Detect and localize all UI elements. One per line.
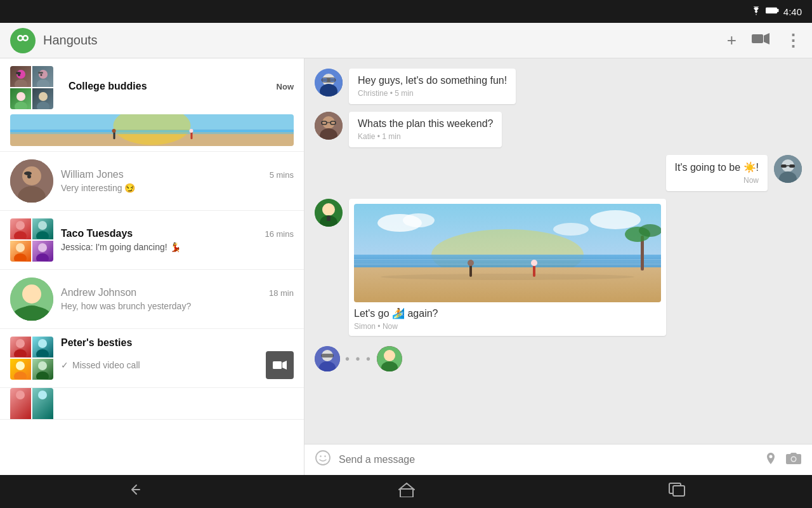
avatar-container bbox=[10, 277, 53, 321]
conversation-item[interactable]: William Jones 5 mins Very interesting 😏 bbox=[0, 152, 304, 211]
svg-point-52 bbox=[14, 371, 27, 379]
conversation-item[interactable]: Andrew Johnson 18 min Hey, how was brunc… bbox=[0, 270, 304, 329]
conv-header: Peter's besties bbox=[61, 337, 294, 349]
avatar-cell bbox=[32, 388, 53, 420]
svg-marker-56 bbox=[282, 361, 287, 370]
input-actions bbox=[764, 451, 802, 469]
avatar-cell bbox=[32, 66, 53, 87]
avatar-cell bbox=[10, 337, 31, 358]
avatar-cell bbox=[10, 359, 31, 380]
svg-point-19 bbox=[39, 92, 48, 101]
svg-point-36 bbox=[14, 231, 27, 239]
conv-header: Taco Tuesdays 16 mins bbox=[61, 228, 294, 239]
checkmark-icon: ✓ bbox=[61, 360, 69, 370]
camera-button[interactable] bbox=[785, 451, 802, 469]
avatar-single bbox=[10, 159, 53, 203]
conv-time: 16 mins bbox=[265, 229, 294, 239]
more-menu-button[interactable]: ⋮ bbox=[785, 32, 802, 49]
svg-point-15 bbox=[40, 74, 42, 76]
image-message-container: Let's go 🏄 again? Simon • Now bbox=[349, 199, 666, 336]
svg-rect-114 bbox=[673, 486, 684, 496]
svg-point-27 bbox=[112, 129, 116, 133]
main-layout: College buddies Now bbox=[0, 58, 812, 475]
bottom-navigation bbox=[0, 475, 812, 508]
svg-point-86 bbox=[590, 210, 641, 229]
typing-avatar bbox=[377, 346, 402, 371]
home-button[interactable] bbox=[398, 482, 415, 501]
svg-rect-2 bbox=[777, 9, 779, 12]
video-call-badge[interactable] bbox=[266, 351, 294, 379]
avatar-cell bbox=[32, 88, 53, 109]
avatar-cell bbox=[10, 88, 31, 109]
message-avatar bbox=[315, 199, 343, 227]
svg-rect-25 bbox=[10, 130, 294, 134]
typing-dots: • • • bbox=[345, 352, 372, 366]
typing-avatar bbox=[315, 346, 340, 371]
avatar-container bbox=[10, 337, 53, 380]
svg-point-84 bbox=[403, 213, 435, 227]
conv-header: College buddies Now bbox=[69, 81, 294, 92]
avatar-cell bbox=[10, 241, 31, 262]
svg-rect-1 bbox=[766, 8, 776, 13]
bubble-text: Let's go 🏄 again? bbox=[354, 307, 661, 319]
avatar-face bbox=[10, 66, 31, 87]
svg-point-48 bbox=[14, 349, 27, 357]
add-button[interactable]: + bbox=[727, 30, 737, 50]
conversation-item[interactable]: Peter's besties ✓ Missed video call bbox=[0, 329, 304, 388]
svg-point-41 bbox=[38, 243, 47, 252]
svg-point-79 bbox=[322, 203, 335, 216]
message-input-field[interactable] bbox=[339, 454, 756, 465]
svg-point-58 bbox=[38, 391, 47, 399]
svg-rect-81 bbox=[327, 216, 331, 221]
conversations-sidebar: College buddies Now bbox=[0, 58, 304, 475]
recent-apps-button[interactable] bbox=[669, 483, 685, 500]
message-bubble: Hey guys, let's do something fun! Christ… bbox=[349, 69, 516, 104]
conv-preview: Very interesting 😏 bbox=[61, 183, 294, 193]
message-image bbox=[354, 204, 661, 302]
avatar-face bbox=[32, 66, 53, 87]
message-bubble: Whats the plan this weekend? Katie • 1 m… bbox=[349, 112, 502, 147]
conversation-item[interactable]: Taco Tuesdays 16 mins Jessica: I'm going… bbox=[0, 211, 304, 270]
conv-name: Andrew Johnson bbox=[61, 287, 136, 298]
avatar-face bbox=[10, 88, 31, 109]
svg-point-38 bbox=[36, 231, 49, 239]
conv-header: Andrew Johnson 18 min bbox=[61, 287, 294, 298]
svg-point-42 bbox=[36, 253, 49, 261]
svg-point-18 bbox=[15, 102, 27, 109]
message-avatar bbox=[315, 112, 343, 140]
message-row: Let's go 🏄 again? Simon • Now bbox=[315, 199, 802, 336]
conv-name: College buddies bbox=[69, 81, 147, 92]
svg-rect-65 bbox=[321, 79, 336, 81]
message-bubble-self: It's going to be ☀️! Now bbox=[666, 155, 768, 191]
svg-point-6 bbox=[24, 36, 27, 39]
avatar-cell bbox=[10, 66, 31, 87]
conv-name: Taco Tuesdays bbox=[61, 228, 133, 239]
message-avatar-self bbox=[774, 155, 802, 183]
svg-rect-112 bbox=[400, 489, 413, 497]
svg-rect-7 bbox=[752, 34, 763, 43]
svg-point-29 bbox=[189, 129, 193, 133]
conv-header: William Jones 5 mins bbox=[61, 169, 294, 180]
back-button[interactable] bbox=[127, 482, 145, 501]
svg-point-14 bbox=[37, 79, 49, 87]
svg-rect-103 bbox=[321, 354, 334, 358]
video-call-row: ✓ Missed video call bbox=[61, 351, 294, 379]
svg-point-37 bbox=[38, 221, 47, 230]
svg-point-109 bbox=[324, 455, 325, 457]
chat-panel: Hey guys, let's do something fun! Christ… bbox=[304, 58, 812, 475]
svg-point-53 bbox=[38, 361, 47, 370]
emoji-button[interactable] bbox=[315, 450, 331, 470]
location-button[interactable] bbox=[764, 451, 778, 469]
avatar-grid bbox=[10, 388, 53, 420]
svg-point-107 bbox=[316, 451, 330, 465]
conversation-item[interactable]: College buddies Now bbox=[0, 58, 304, 152]
message-bubble-with-image: Let's go 🏄 again? Simon • Now bbox=[349, 199, 666, 336]
conversation-item[interactable] bbox=[0, 388, 304, 420]
conv-time: Now bbox=[277, 82, 294, 91]
svg-point-57 bbox=[16, 391, 25, 399]
svg-rect-76 bbox=[789, 164, 795, 168]
svg-point-9 bbox=[16, 70, 25, 79]
svg-point-5 bbox=[19, 36, 22, 39]
bubble-meta: Katie • 1 min bbox=[358, 132, 493, 141]
video-call-button[interactable] bbox=[752, 32, 769, 49]
